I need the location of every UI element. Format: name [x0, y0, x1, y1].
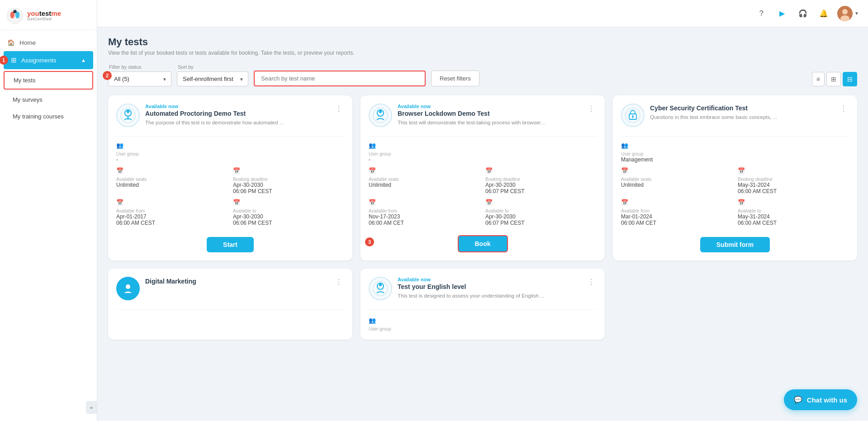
user-group-info-browser: 👥 User group -: [369, 141, 597, 163]
search-input[interactable]: [254, 71, 426, 86]
card-action-automated: Start: [116, 233, 344, 252]
available-seats-info-automated: 📅 Available seats Unlimited: [116, 166, 228, 194]
available-to-info-automated: 📅 Available to Apr-30-2030 06:06 PM CEST: [233, 198, 344, 226]
card-menu-cyber[interactable]: ⋮: [838, 104, 849, 114]
book-button-browser[interactable]: Book: [458, 235, 508, 252]
test-card-browser-lockdown: Available now Browser Lockdown Demo Test…: [360, 95, 605, 260]
from-icon-cyber: 📅: [621, 199, 628, 206]
sidebar-item-label-home: Home: [19, 39, 36, 46]
svg-point-18: [126, 284, 130, 289]
card-info-automated: 👥 User group - 📅 Available seats Unlimit…: [116, 141, 344, 226]
deadline-icon: 📅: [233, 167, 240, 174]
available-from-info-cyber: 📅 Available from Mar-01-2024 06:00 AM CE…: [621, 198, 732, 226]
headset-icon-button[interactable]: 🎧: [796, 6, 810, 21]
notification-icon-button[interactable]: 🔔: [816, 6, 831, 21]
step-2-wrapper: 2 Filter by status All (5): [108, 64, 171, 86]
step-3-badge: 3: [365, 237, 374, 246]
filter-status-label: Filter by status: [109, 64, 171, 70]
chat-button[interactable]: 💬 Chat with us: [784, 389, 857, 410]
sidebar: youtestme GetCertified 🏠 Home 1 ⊞ Assign…: [0, 0, 97, 421]
svg-point-5: [842, 9, 848, 14]
available-to-info-browser: 📅 Available to Apr-30-2030 06:07 PM CEST: [485, 198, 597, 226]
user-group-info-automated: 👥 User group -: [116, 141, 344, 163]
sidebar-collapse-button[interactable]: «: [86, 401, 97, 414]
card-desc-english: This test is designed to assess your und…: [398, 292, 580, 299]
card-title-block-english: Available now Test your English level Th…: [398, 277, 580, 299]
card-title-automated: Automated Proctoring Demo Test: [145, 110, 328, 117]
home-icon: 🏠: [7, 39, 15, 46]
available-tag-english: Available now: [398, 277, 580, 282]
card-menu-browser[interactable]: ⋮: [586, 104, 597, 114]
card-divider-english: [369, 309, 597, 310]
card-menu-english[interactable]: ⋮: [586, 277, 597, 287]
test-card-digital-marketing: Digital Marketing ⋮: [108, 269, 352, 340]
sort-select[interactable]: Self-enrollment first: [177, 71, 248, 86]
seats-icon-browser: 📅: [369, 167, 376, 174]
available-seats-info-browser: 📅 Available seats Unlimited: [369, 166, 480, 194]
card-avatar-browser: [369, 104, 392, 127]
chat-label: Chat with us: [807, 396, 847, 404]
card-title-digital: Digital Marketing: [145, 278, 328, 285]
logo-main: youtestme: [27, 10, 61, 18]
logo-sub: GetCertified: [27, 17, 61, 22]
card-action-browser: 3 Book: [369, 232, 597, 252]
sidebar-item-my-tests[interactable]: My tests: [4, 71, 93, 90]
card-avatar-digital: [116, 277, 140, 300]
card-title-browser: Browser Lockdown Demo Test: [398, 110, 580, 117]
grid2-view-button[interactable]: ⊞: [826, 72, 841, 86]
card-avatar-automated: [116, 104, 140, 127]
card-header-english: Available now Test your English level Th…: [369, 277, 597, 300]
start-button-automated[interactable]: Start: [207, 237, 254, 252]
card-header-digital: Digital Marketing ⋮: [116, 277, 344, 300]
card-avatar-cyber: [621, 104, 645, 127]
grid3-view-button[interactable]: ⊟: [843, 72, 857, 86]
booking-deadline-info-cyber: 📅 Booking deadline May-31-2024 06:00 AM …: [738, 166, 849, 194]
card-title-block-cyber: Cyber Security Certification Test Questi…: [650, 104, 833, 121]
card-desc-cyber: Questions in this test embrace some basi…: [650, 114, 833, 121]
users-icon: 👥: [116, 142, 123, 149]
card-menu-automated[interactable]: ⋮: [333, 104, 344, 114]
help-icon-button[interactable]: ?: [754, 6, 768, 21]
step-1-badge: 1: [0, 56, 8, 65]
user-avatar: [837, 6, 853, 21]
tests-cards-grid: Available now Automated Proctoring Demo …: [108, 95, 857, 340]
to-icon-browser: 📅: [485, 199, 493, 206]
card-info-browser: 👥 User group - 📅 Available seats Unlimit…: [369, 141, 597, 226]
user-avatar-button[interactable]: ▼: [837, 6, 859, 21]
filter-status-group: Filter by status All (5): [108, 64, 171, 86]
list-view-button[interactable]: ≡: [812, 72, 825, 86]
assignments-icon: ⊞: [11, 56, 17, 64]
card-header-browser: Available now Browser Lockdown Demo Test…: [369, 104, 597, 127]
main-area: ? ▶ 🎧 🔔 ▼ My tests View the list of your…: [97, 0, 868, 421]
sidebar-item-my-training[interactable]: My training courses: [0, 108, 97, 125]
card-divider-cyber: [621, 136, 849, 137]
sidebar-item-label-my-training: My training courses: [13, 113, 64, 120]
card-info-cyber: 👥 User group Management 📅 Available seat…: [621, 141, 849, 226]
deadline-icon-browser: 📅: [485, 167, 493, 174]
card-divider-digital: [116, 309, 344, 310]
reset-filters-button[interactable]: Reset filters: [431, 71, 479, 86]
sort-select-wrapper: Self-enrollment first: [177, 71, 248, 86]
status-select[interactable]: All (5): [108, 71, 171, 86]
play-icon-button[interactable]: ▶: [775, 6, 789, 21]
submit-form-button-cyber[interactable]: Submit form: [700, 237, 770, 252]
sidebar-item-home[interactable]: 🏠 Home: [0, 34, 97, 51]
available-to-info-cyber: 📅 Available to May-31-2024 06:00 AM CEST: [738, 198, 849, 226]
sidebar-item-my-surveys[interactable]: My surveys: [0, 91, 97, 108]
filters-row: 2 Filter by status All (5) Sort by Self-…: [108, 64, 857, 86]
top-header: ? ▶ 🎧 🔔 ▼: [97, 0, 868, 27]
from-icon: 📅: [116, 199, 123, 206]
page-subtitle: View the list of your booked tests or te…: [108, 50, 857, 56]
sidebar-item-label-my-tests: My tests: [14, 77, 35, 84]
card-title-cyber: Cyber Security Certification Test: [650, 104, 833, 112]
svg-point-8: [127, 110, 129, 113]
svg-point-11: [379, 110, 382, 113]
users-icon-english: 👥: [369, 317, 376, 324]
card-desc-automated: The purpose of this test is to demonstra…: [145, 119, 328, 126]
available-tag-automated: Available now: [145, 104, 328, 109]
card-menu-digital[interactable]: ⋮: [333, 277, 344, 287]
app-logo-icon: [6, 7, 24, 24]
status-select-wrapper: All (5): [108, 71, 171, 86]
logo-text: youtestme GetCertified: [27, 10, 61, 22]
sidebar-item-assignments[interactable]: 1 ⊞ Assignments ▲: [4, 51, 93, 69]
